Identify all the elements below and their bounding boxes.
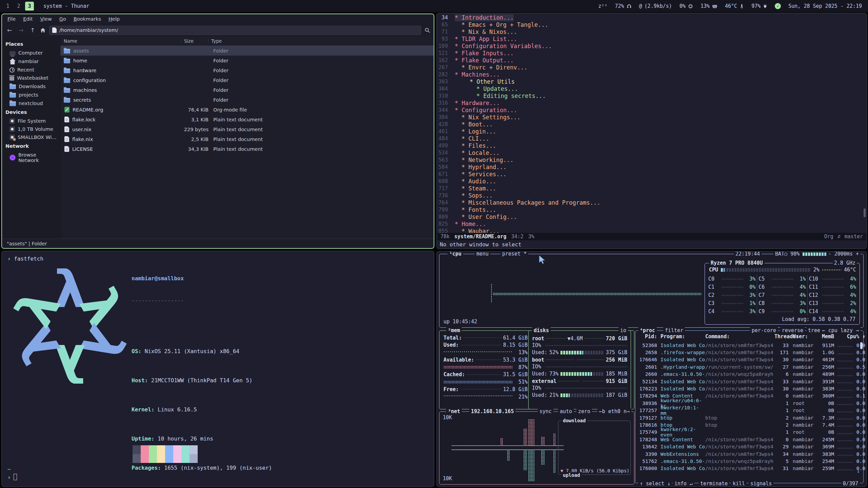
tab-cpu[interactable]: ¹cpu (448, 251, 463, 257)
tab-proc[interactable]: ⁴proc (638, 327, 657, 333)
proc-tree-toggle[interactable]: tree (806, 327, 822, 333)
process-row[interactable]: 51762 .emacs-31.0.50- /nix/store/wnqz5pa… (635, 458, 863, 465)
column-header-type[interactable]: Type (209, 38, 434, 44)
net-auto-button[interactable]: auto (558, 408, 574, 414)
org-heading-line[interactable]: 809 * User Config... (437, 214, 866, 221)
workspace-button[interactable]: 2 (14, 2, 23, 11)
sidebar-item[interactable]: SMALLBOX Wi... (2, 133, 60, 141)
org-heading-line[interactable]: 698 * Audio... (437, 178, 866, 185)
process-row[interactable]: 2601 .Hyprland-wrapp /run/current-system… (635, 363, 863, 370)
process-row[interactable]: 176646 Isolated Web Co /nix/store/sm8fmr… (635, 356, 863, 363)
file-row[interactable]: flake.lock 3,1 KiB Plain text document (60, 115, 434, 124)
menu-item[interactable]: Help (105, 15, 123, 23)
scrollbar-thumb[interactable] (864, 208, 866, 217)
proc-info-button[interactable]: info ↵ (673, 481, 694, 487)
preset-button[interactable]: preset * (500, 251, 528, 257)
org-heading-line[interactable]: 316 * Hardware... (437, 100, 866, 107)
file-row[interactable]: user.nix 229 bytes Plain text document (60, 124, 434, 134)
org-heading-line[interactable]: 93 * TLDR App List... (437, 36, 866, 43)
sidebar-item[interactable]: File System (2, 117, 60, 125)
org-heading-line[interactable]: 71 * Nix & Nixos... (437, 28, 866, 36)
org-heading-line[interactable]: 344 * Configuration... (437, 107, 866, 114)
forward-button[interactable]: → (17, 27, 25, 34)
process-row[interactable]: 177257 kworker/10:1-mm_ 1 root 0B 0.0 (635, 407, 863, 414)
file-row[interactable]: flake.nix 2,5 KiB Plain text document (60, 134, 434, 144)
file-row[interactable]: README.org 76,4 KiB Org-mode file (60, 105, 434, 115)
scrollbar-thumb[interactable] (860, 342, 863, 349)
file-row[interactable]: hardware Folder (60, 65, 434, 75)
org-heading-line[interactable]: 428 * Boot... (437, 121, 866, 128)
sidebar-item[interactable]: Computer (2, 49, 60, 57)
tab-mem[interactable]: ²mem (446, 327, 462, 333)
workspace-button[interactable]: 1 (3, 2, 12, 11)
file-row[interactable]: assets Folder (60, 46, 434, 56)
menu-item[interactable]: Bookmarks (70, 15, 104, 23)
org-heading-line[interactable]: 764 * Miscellaneous Packages and Program… (437, 199, 866, 206)
process-row[interactable]: 52368 Isolated Web Co /nix/store/sm8fmrf… (635, 342, 863, 349)
file-row[interactable]: configuration Folder (60, 75, 434, 85)
proc-kill-button[interactable]: kill (731, 481, 747, 487)
org-heading-line[interactable]: 162 * Flake Output... (437, 57, 866, 64)
sidebar-item[interactable]: Wastebasket (2, 74, 60, 82)
proc-terminate-button[interactable]: terminate (698, 481, 729, 487)
file-row[interactable]: LICENSE 34,3 KiB Plain text document (60, 144, 434, 154)
org-heading-line[interactable]: 384 * Nix Settings... (437, 114, 866, 121)
org-heading-line[interactable]: 109 * Configuration Variables... (437, 43, 866, 50)
menu-item[interactable]: Go (56, 15, 70, 23)
org-heading-line[interactable]: 267 * Envrc + Direnv... (437, 64, 866, 71)
process-row[interactable]: 2658 .firefox-wrappe /nix/store/sm8fmrf3… (635, 349, 863, 356)
menu-item[interactable]: View (37, 15, 55, 23)
sidebar-item[interactable]: nextcloud (2, 99, 60, 107)
org-heading-line[interactable]: 65 * Emacs + Org + Tangle... (437, 21, 866, 28)
org-heading-line[interactable]: 736 * Sops... (437, 192, 866, 199)
process-row[interactable]: 176223 Isolated Web Co /nix/store/sm8fmr… (635, 385, 863, 392)
tab-net[interactable]: ³net (446, 408, 462, 414)
org-heading-line[interactable]: 717 * Steam... (437, 185, 866, 192)
shell-input[interactable]: › (7, 473, 17, 482)
proc-signals-button[interactable]: signals (749, 481, 773, 487)
column-header-name[interactable]: Name (60, 38, 181, 44)
org-heading-line[interactable]: 461 * Login... (437, 128, 866, 135)
org-heading-line[interactable]: 303 * Other Utils (437, 78, 866, 85)
org-heading-line[interactable]: 825 * Home... (437, 221, 866, 228)
org-heading-line[interactable]: 310 * Editing secrets... (437, 93, 866, 100)
io-toggle[interactable]: io (618, 327, 628, 333)
org-heading-line[interactable]: 855 * Waubar... (437, 228, 866, 233)
proc-reverse-toggle[interactable]: reverse (780, 327, 805, 333)
up-button[interactable]: ↑ (28, 27, 37, 34)
proc-filter-button[interactable]: filter (663, 327, 685, 333)
column-header-size[interactable]: Size (181, 38, 209, 44)
sidebar-item[interactable]: projects (2, 90, 60, 99)
org-heading-line[interactable]: 671 * Services... (437, 171, 866, 178)
menu-button[interactable]: menu (475, 251, 490, 257)
workspace-button[interactable]: 3 (25, 2, 34, 11)
process-row[interactable]: 3390 WebExtensions /nix/store/sm8fmrf3wp… (635, 450, 863, 458)
sidebar-item[interactable]: Browse Network (2, 151, 60, 164)
org-heading-line[interactable]: 563 * Networking... (437, 157, 866, 164)
sidebar-item[interactable]: Downloads (2, 82, 60, 90)
net-sync-button[interactable]: sync (538, 408, 553, 414)
sidebar-item[interactable]: Recent (2, 66, 60, 74)
file-row[interactable]: home Folder (60, 56, 434, 65)
process-row[interactable]: 52134 Isolated Web Co /nix/store/sm8fmrf… (635, 378, 863, 385)
net-interface-switcher[interactable]: ←b eth0 n→ (597, 408, 631, 414)
process-row[interactable]: 179127 btop btop 2 nambiar 7.3M 0.0 (635, 414, 863, 421)
net-zero-button[interactable]: zero (576, 408, 592, 414)
back-button[interactable]: ← (5, 27, 14, 34)
org-heading-line[interactable]: 499 * Files... (437, 142, 866, 149)
org-heading-line[interactable]: 121 * Flake Inputs... (437, 50, 866, 57)
file-row[interactable]: machines Folder (60, 85, 434, 95)
org-heading-line[interactable]: 799 * Fonts... (437, 206, 866, 214)
org-heading-line[interactable]: 304 * Updates... (437, 85, 866, 93)
process-row[interactable]: 13642 Isolated Web Co /nix/store/sm8fmrf… (635, 443, 863, 450)
process-row[interactable]: 178248 Web Content /nix/store/sm8fmrf3wp… (635, 436, 863, 443)
sidebar-item[interactable]: 1,0 TB Volume (2, 125, 60, 133)
file-row[interactable]: secrets Folder (60, 95, 434, 105)
org-heading-line[interactable]: 34 * Introduction... (437, 14, 866, 21)
menu-item[interactable]: File (4, 15, 19, 23)
org-heading-line[interactable]: 584 * Hyprland... (437, 164, 866, 171)
search-icon[interactable] (425, 27, 430, 33)
sidebar-item[interactable]: nambiar (2, 57, 60, 66)
refresh-interval-control[interactable]: - 2000ms + (827, 251, 861, 257)
proc-sort-selector[interactable]: ← cpu lazy → (821, 327, 861, 333)
